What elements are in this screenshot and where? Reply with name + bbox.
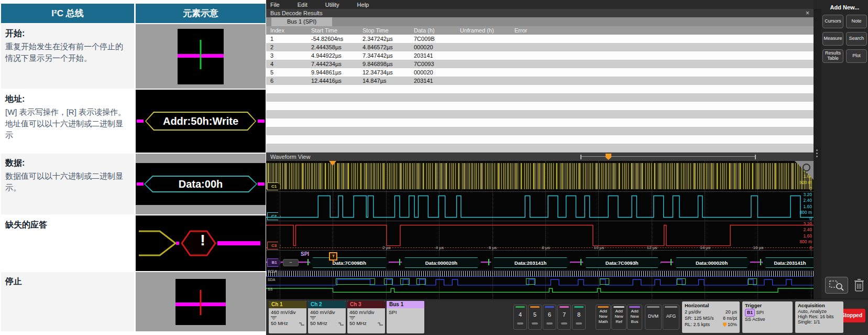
button-stripe <box>613 306 624 308</box>
col-start-time[interactable]: Start Time <box>307 26 358 35</box>
doc-figure-stop <box>136 272 266 331</box>
decode-row-empty <box>266 93 814 102</box>
horizontal-panel[interactable]: Horizontal2 µs/div20 µsSR: 125 MS/s8 ns/… <box>682 301 740 333</box>
add-new-math-button[interactable]: Add New Math <box>596 305 611 330</box>
bus-frame[interactable]: Data:203141h <box>490 257 570 268</box>
add-new-plot[interactable]: Plot <box>846 49 867 63</box>
add-new-measure[interactable]: Measure <box>822 32 843 46</box>
menu-file[interactable]: File <box>270 2 280 8</box>
time-label: 12 µs <box>647 245 657 250</box>
decode-row[interactable]: 59.944861µs12.34734µs000020 <box>266 68 814 77</box>
tab-bus1-spi[interactable]: Bus 1 (SPI) <box>271 17 332 26</box>
wave-path <box>266 192 814 221</box>
bandwidth-icon <box>299 322 304 326</box>
bus-collapse-handle[interactable]: – <box>283 259 299 266</box>
add-new-search[interactable]: Search <box>846 32 867 46</box>
trigger-position-icon[interactable] <box>329 161 336 166</box>
decode-cell <box>510 68 814 77</box>
badge-c1[interactable]: C1 <box>267 182 281 190</box>
bus-stub-left <box>137 120 144 123</box>
decode-cell: 9.846898µs <box>358 60 410 68</box>
add-new-bus-button[interactable]: Add New Bus <box>627 305 642 330</box>
decode-row[interactable]: 34.944922µs7.347442µs203141 <box>266 51 814 60</box>
col-index[interactable]: Index <box>266 26 307 35</box>
decode-tab-strip: Bus 1 (SPI) <box>266 17 814 26</box>
add-new-cursors[interactable]: Cursors <box>822 15 843 28</box>
decode-cell: 7.444234µs <box>307 60 358 68</box>
col-stop-time[interactable]: Stop Time <box>358 26 410 35</box>
decode-cell <box>456 68 510 77</box>
zoom-tool-button[interactable] <box>825 277 848 294</box>
time-label: 14 µs <box>700 245 710 250</box>
col-error[interactable]: Error <box>510 26 814 35</box>
decode-cell: 4.944922µs <box>307 51 358 60</box>
time-label: 8 µs <box>542 245 550 250</box>
channel-button-4[interactable]: 4 <box>513 305 527 330</box>
channel-badge-ch3[interactable]: Ch 3460 mV/div50 MHz <box>347 301 385 333</box>
channel-button-8[interactable]: 8 <box>572 305 586 330</box>
time-label: 16 µs <box>753 245 764 250</box>
slider-marker-icon[interactable] <box>606 154 611 160</box>
button-stripe <box>647 306 660 308</box>
trigger-t-marker[interactable]: T <box>329 252 337 261</box>
decode-panel-title: Bus Decode Results × <box>266 9 814 17</box>
channel-bandwidth: 50 MHz <box>349 320 367 327</box>
decode-row[interactable]: 1-54.82604ns2.347242µs7C009B <box>266 35 814 43</box>
decode-row[interactable]: 22.444358µs4.846572µs000020 <box>266 43 814 51</box>
decode-row[interactable]: 47.444234µs9.846898µs7C0093 <box>266 60 814 68</box>
decode-row[interactable]: 612.44416µs14.847µs203141 <box>266 77 814 85</box>
bus-frame[interactable]: Data:203141h <box>762 257 814 268</box>
channel-button-5[interactable]: 5 <box>528 305 542 330</box>
bus-frame[interactable]: Data:7C0093h <box>583 257 661 268</box>
channel-button-6[interactable]: 6 <box>543 305 556 330</box>
decode-cell <box>510 51 814 60</box>
scope-window: FileEditUtilityHelp Bus Decode Results ×… <box>266 0 868 335</box>
scale-value: 1.60 <box>803 204 812 209</box>
sclk-label: SCLK <box>268 269 277 273</box>
trigger-panel[interactable]: TriggerB1 SPISS Active <box>742 301 793 333</box>
sda-frame-box <box>384 278 393 285</box>
add-new-ref-button[interactable]: Add New Ref <box>611 305 627 330</box>
col-data-h-[interactable]: Data (h) <box>410 26 456 35</box>
bus1-badge[interactable]: B1 <box>267 258 281 267</box>
channel-badge-bus1[interactable]: Bus 1SPI <box>387 301 424 333</box>
menu-utility[interactable]: Utility <box>325 2 339 8</box>
doc-header-element: 元素示意 <box>136 4 266 23</box>
doc-row-text-ack: 缺失的应答 <box>1 215 134 271</box>
button-slot <box>546 322 553 325</box>
horizontal-row: SR: 125 MS/s8 ns/pt <box>685 315 737 321</box>
button-stripe <box>598 306 609 308</box>
trash-icon[interactable] <box>853 278 865 293</box>
add-new-results-table[interactable]: Results Table <box>822 49 843 63</box>
add-new-note[interactable]: Note <box>846 15 867 28</box>
channel-bw-row: 50 MHz <box>271 320 304 327</box>
acquisition-title: Acquisition <box>798 302 841 308</box>
acquisition-panel[interactable]: AcquisitionAuto, AnalyzeHigh Res: 16 bit… <box>795 301 843 333</box>
menu-help[interactable]: Help <box>357 2 369 8</box>
panel-splitter[interactable] <box>814 9 821 299</box>
col-unframed-h-[interactable]: Unframed (h) <box>456 26 510 35</box>
wave-path <box>266 221 814 251</box>
channel-button-7[interactable]: 7 <box>557 305 571 330</box>
menu-edit[interactable]: Edit <box>298 2 307 8</box>
ack-exclamation: ! <box>192 231 213 249</box>
decode-cell <box>510 77 814 85</box>
decode-cell: 7C0093 <box>410 60 456 68</box>
channel-badge-ch1[interactable]: Ch 1460 mV/div50 MHz <box>269 301 306 333</box>
decode-cell: 1 <box>266 35 307 43</box>
bottom-bar: Stopped Ch 1460 mV/div50 MHzCh 2460 mV/d… <box>266 299 868 335</box>
time-label: 4 µs <box>436 245 444 250</box>
horizontal-position-slider[interactable] <box>580 156 756 158</box>
channel-badge-ch2[interactable]: Ch 2460 mV/div50 MHz <box>308 301 346 333</box>
button-label: Add New Math <box>596 309 610 325</box>
close-icon[interactable]: × <box>806 9 809 17</box>
afg-button[interactable]: AFG <box>663 305 679 330</box>
bus-frame[interactable]: Data:000020h <box>673 257 750 268</box>
doc-row-title: 数据: <box>5 158 129 169</box>
dvm-button[interactable]: DVM <box>645 305 662 330</box>
bus-decode-results-panel: Bus Decode Results × Bus 1 (SPI) IndexSt… <box>266 9 814 153</box>
decode-cell: 14.847µs <box>358 77 410 85</box>
channel-number: 5 <box>529 308 541 321</box>
bus-frame[interactable]: Data:000020h <box>401 257 481 268</box>
bus-frame[interactable]: Data:7C009Bh <box>310 257 389 268</box>
